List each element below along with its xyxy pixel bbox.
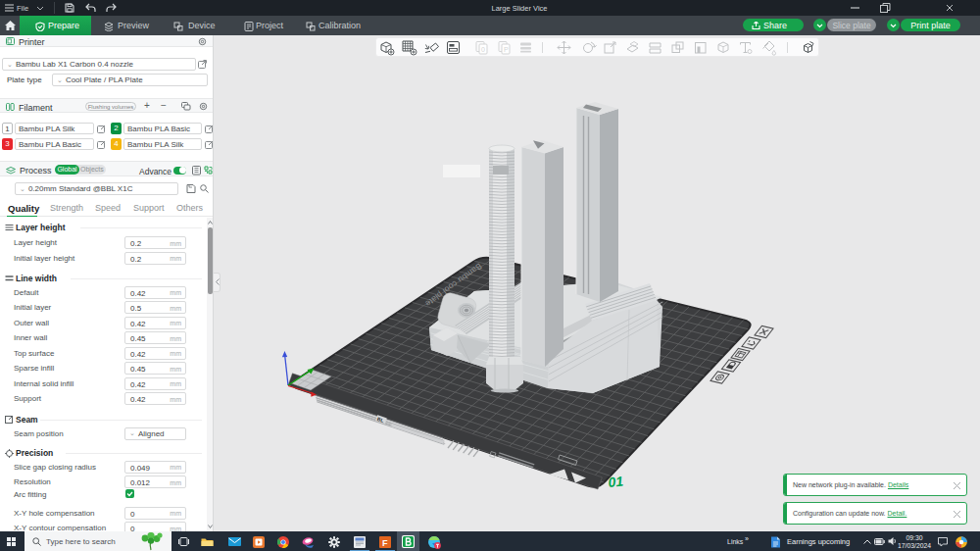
svg-text:F: F [382, 538, 388, 548]
svg-text:01: 01 [608, 473, 624, 490]
